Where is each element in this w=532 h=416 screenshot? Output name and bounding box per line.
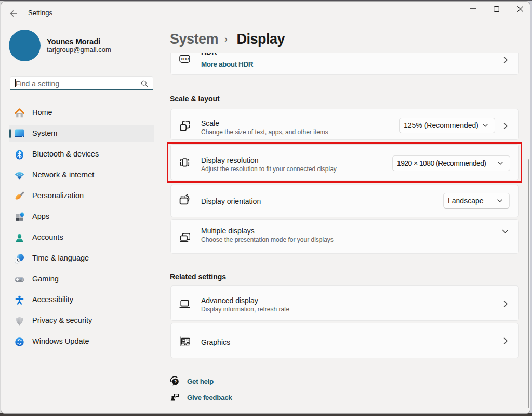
svg-text:HDR: HDR xyxy=(181,57,189,61)
svg-text:?: ? xyxy=(174,379,177,384)
